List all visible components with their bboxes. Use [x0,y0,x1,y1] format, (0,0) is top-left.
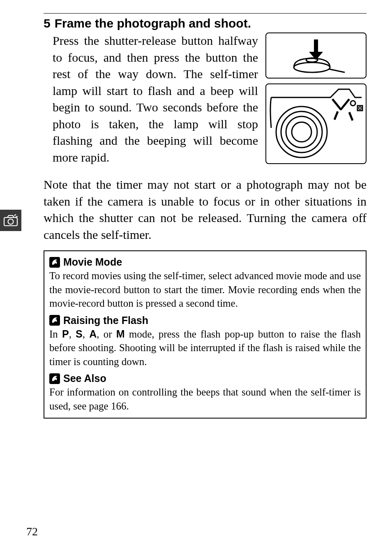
svg-point-7 [359,107,361,109]
info-title-flash: Raising the Flash [63,315,148,326]
svg-rect-6 [357,106,362,111]
shutter-press-illustration [265,32,367,79]
note-icon [49,257,60,268]
svg-point-0 [294,62,330,72]
svg-line-14 [14,214,16,216]
figure-column [265,32,367,164]
camera-front-illustration [265,83,367,164]
step-number: 5 [44,16,51,31]
svg-point-11 [292,122,311,142]
svg-line-3 [332,99,341,110]
page-number: 72 [26,525,38,538]
step-body: Press the shutter-release button halfway… [53,32,258,166]
svg-point-1 [306,58,318,62]
step-heading: Frame the photograph and shoot. [55,16,251,31]
note-paragraph: Note that the timer may not start or a p… [44,176,367,243]
svg-line-4 [341,99,349,110]
svg-point-5 [350,101,355,106]
info-box: Movie Mode To record movies using the se… [44,250,367,419]
svg-line-2 [329,69,345,72]
note-icon [49,373,60,384]
note-icon [49,315,60,326]
info-body-seealso: For information on controlling the beeps… [49,385,361,413]
svg-point-9 [281,111,322,153]
section-tab-camera-icon [0,210,21,231]
info-title-movie: Movie Mode [63,256,122,268]
svg-point-10 [286,116,317,148]
svg-point-8 [276,106,327,157]
svg-line-15 [16,216,18,217]
info-body-flash: In P, S, A, or M mode, press the flash p… [49,327,361,369]
info-body-movie: To record movies using the self-timer, s… [49,269,361,310]
svg-point-13 [8,219,14,224]
info-title-seealso: See Also [63,373,106,384]
